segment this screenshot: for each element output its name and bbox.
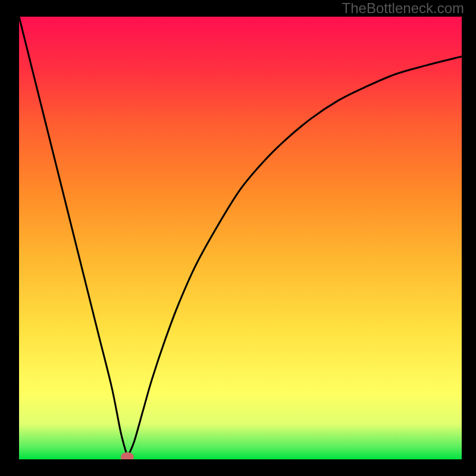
bottleneck-curve bbox=[19, 17, 462, 459]
chart-container: TheBottleneck.com bbox=[0, 0, 476, 476]
plot-area bbox=[19, 17, 462, 459]
watermark-text: TheBottleneck.com bbox=[342, 0, 464, 17]
minimum-marker bbox=[121, 452, 134, 459]
bottleneck-curve-svg bbox=[19, 17, 462, 459]
